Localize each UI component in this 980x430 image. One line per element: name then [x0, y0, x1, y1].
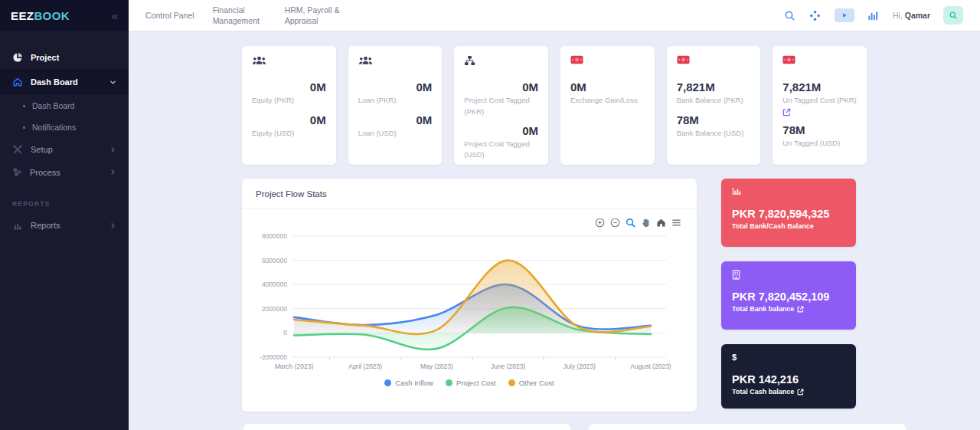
bar-chart-icon — [12, 220, 23, 231]
summary-label: Total Cash balance — [732, 388, 845, 396]
external-link-icon[interactable] — [797, 389, 804, 396]
dollar-icon: $ — [732, 353, 845, 366]
nav-financial-management[interactable]: Financial Management — [213, 5, 266, 26]
external-link-icon[interactable] — [782, 108, 857, 117]
home-icon[interactable] — [656, 218, 666, 228]
summary-card-total-bank: PKR 7,820,452,109 Total Bank balance — [721, 261, 856, 330]
chevron-right-icon — [109, 222, 116, 229]
bank-building-icon — [732, 270, 845, 284]
stat-card-bank-balance: 7,821M Bank Balance (PKR) 78M Bank Balan… — [667, 46, 761, 165]
apps-icon[interactable] — [809, 9, 822, 21]
sidebar-subitem-notifications[interactable]: Notifications — [0, 117, 129, 138]
stat-card-project-cost-tagged: 0M Project Cost Tagged (PKR) 0M Project … — [454, 46, 548, 165]
metric-value: 0M — [252, 113, 326, 126]
summary-value: PKR 142,216 — [732, 373, 845, 386]
legend-item[interactable]: Project Cost — [446, 379, 496, 387]
sidebar-collapse-icon[interactable]: « — [112, 9, 118, 22]
tools-icon — [12, 144, 23, 155]
summary-card-total-cash: $ PKR 142,216 Total Cash balance — [721, 344, 856, 409]
chevron-right-icon — [109, 169, 116, 176]
stat-card-loan: 0M Loan (PKR) 0M Loan (USD) — [348, 46, 443, 165]
zoom-out-icon[interactable] — [610, 218, 620, 228]
play-icon[interactable] — [835, 8, 854, 22]
metric: 0M Loan (USD) — [358, 113, 433, 140]
summary-label-text: Total Bank balance — [732, 305, 794, 313]
sidebar-menu: Project Dash Board Dash Board Notificati… — [0, 31, 129, 237]
sidebar-item-reports[interactable]: Reports — [0, 214, 129, 237]
nav-control-panel[interactable]: Control Panel — [145, 10, 194, 21]
metric-label: Bank Balance (USD) — [677, 128, 751, 139]
metric-label: Loan (USD) — [358, 128, 433, 139]
sidebar-item-process[interactable]: Process — [0, 161, 129, 183]
metric-value: 7,821M — [782, 80, 857, 94]
metric-label: Loan (PKR) — [358, 95, 433, 106]
zoom-in-icon[interactable] — [595, 218, 605, 228]
metric-label: Equity (USD) — [252, 128, 326, 139]
chart-legend: Cash InflowProject CostOther Cost — [253, 379, 686, 387]
sidebar-subitem-dashboard[interactable]: Dash Board — [0, 95, 129, 117]
sidebar-item-dashboard[interactable]: Dash Board — [0, 69, 129, 95]
legend-label: Other Cost — [519, 379, 554, 387]
sidebar-item-setup[interactable]: Setup — [0, 138, 129, 161]
legend-item[interactable]: Cash Inflow — [384, 379, 433, 387]
menu-icon[interactable] — [671, 218, 681, 228]
project-flow-stats-card: Project Flow Stats 800000060000004000000… — [242, 179, 697, 412]
users-icon — [252, 55, 326, 74]
summary-label: Total Bank balance — [732, 305, 845, 313]
sidebar-item-project[interactable]: Project — [0, 46, 129, 69]
metric: 7,821M Bank Balance (PKR) — [677, 80, 751, 107]
home-icon — [12, 77, 23, 87]
metric: 0M Project Cost Tagged (PKR) — [464, 80, 538, 117]
svg-text:-2000000: -2000000 — [260, 353, 287, 361]
metric-label: Project Cost Tagged (PKR) — [464, 95, 538, 117]
metric-value: 7,821M — [677, 80, 751, 94]
metric: 78M Un Tagged (USD) — [782, 123, 857, 149]
external-link-icon[interactable] — [797, 306, 804, 313]
chart-toolbar — [595, 218, 681, 228]
pan-icon[interactable] — [641, 218, 651, 228]
legend-label: Project Cost — [456, 379, 496, 387]
metric-label: Project Cost Tagged (USD) — [464, 139, 538, 161]
project-flow-chart[interactable]: 80000006000000400000020000000-2000000Mar… — [253, 213, 681, 379]
sidebar-item-label: Setup — [31, 145, 53, 154]
stat-card-exchange-gain-loss: 0M Exchange Gain/Loss — [560, 46, 655, 165]
main-content: 0M Equity (PKR) 0M Equity (USD) 0M Loan … — [129, 31, 980, 430]
stats-bars-icon[interactable] — [867, 9, 880, 21]
metric-label: Bank Balance (PKR) — [677, 95, 751, 106]
metric-label: Exchange Gain/Loss — [570, 95, 645, 106]
metric-value: 0M — [358, 80, 433, 94]
summary-value: PKR 7,820,452,109 — [732, 290, 845, 303]
sitemap-icon — [464, 55, 538, 74]
sidebar-item-label: Reports — [31, 221, 60, 230]
sidebar-section-reports: REPORTS — [0, 183, 129, 214]
header-actions: Hi, Qamar — [784, 6, 963, 25]
svg-text:July (2023): July (2023) — [564, 363, 596, 370]
chevron-right-icon — [109, 146, 116, 153]
brand-secondary: BOOK — [34, 9, 70, 22]
stat-cards-row: 0M Equity (PKR) 0M Equity (USD) 0M Loan … — [242, 46, 867, 165]
metric-label: Un Tagged Cost (PKR) — [782, 95, 857, 106]
svg-text:8000000: 8000000 — [262, 232, 287, 240]
sidebar: EEZBOOK « Project Dash Board Dash Board — [0, 0, 129, 430]
chart-icon — [732, 187, 845, 201]
partial-card — [589, 424, 906, 430]
search-icon[interactable] — [784, 9, 796, 21]
svg-text:June (2023): June (2023) — [491, 363, 526, 370]
users-icon — [358, 55, 433, 74]
svg-text:4000000: 4000000 — [262, 281, 287, 288]
svg-text:6000000: 6000000 — [262, 257, 287, 264]
search-button[interactable] — [943, 6, 963, 25]
metric: 0M Equity (PKR) — [252, 80, 326, 107]
metric-value: 0M — [252, 80, 326, 94]
banknote-icon — [570, 55, 645, 74]
selection-zoom-icon[interactable] — [626, 218, 635, 228]
summary-card-total-bank-cash: PKR 7,820,594,325 Total Bank/Cash Balanc… — [721, 179, 856, 247]
summary-label: Total Bank/Cash Balance — [732, 222, 845, 230]
nav-hrm-payroll[interactable]: HRM, Payroll & Appraisal — [285, 5, 343, 26]
sidebar-item-label: Process — [30, 168, 60, 177]
metric-value: 0M — [464, 124, 538, 137]
legend-item[interactable]: Other Cost — [508, 379, 554, 387]
metric-label: Un Tagged (USD) — [782, 138, 857, 149]
summary-value: PKR 7,820,594,325 — [732, 208, 845, 220]
svg-text:0: 0 — [283, 329, 287, 336]
